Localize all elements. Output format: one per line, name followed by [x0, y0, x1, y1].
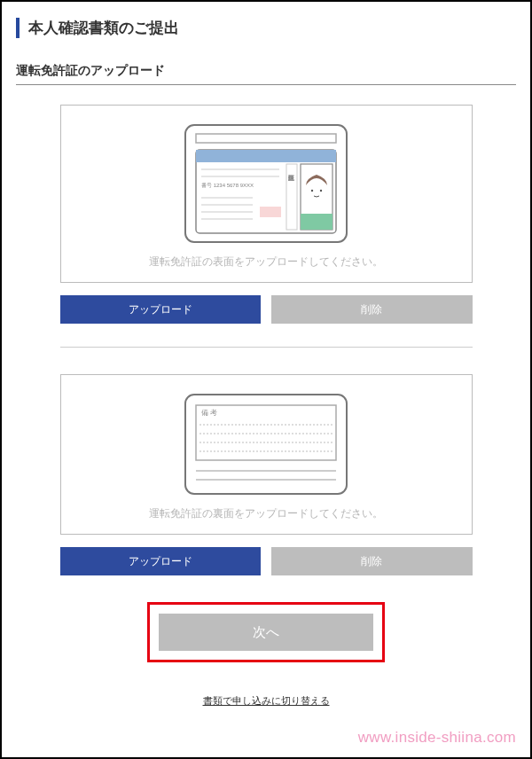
next-button-highlight: 次へ: [147, 602, 385, 662]
front-upload-area: 番号 1234 5678 9XXX 運転免許証 運転免許証の表面をアップロードし…: [60, 105, 473, 283]
front-button-row: アップロード 削除: [60, 295, 473, 324]
back-button-row: アップロード 削除: [60, 547, 473, 575]
svg-rect-3: [196, 150, 336, 162]
back-upload-area: 備 考 運転免許証の裏面をアップロードしてください。: [60, 374, 473, 535]
section-title: 運転免許証のアップロード: [16, 63, 516, 85]
svg-text:番号 1234 5678 9XXX: 番号 1234 5678 9XXX: [201, 183, 254, 188]
license-front-illustration: 番号 1234 5678 9XXX 運転免許証: [182, 121, 350, 246]
front-upload-button[interactable]: アップロード: [60, 295, 262, 324]
switch-to-paper-link[interactable]: 書類で申し込みに切り替える: [203, 694, 330, 708]
svg-point-17: [311, 190, 313, 192]
front-instruction-text: 運転免許証の表面をアップロードしてください。: [70, 254, 463, 270]
front-delete-button[interactable]: 削除: [271, 295, 473, 324]
svg-rect-11: [260, 207, 281, 217]
license-back-illustration: 備 考: [182, 391, 350, 497]
back-upload-button[interactable]: アップロード: [60, 547, 262, 575]
back-delete-button[interactable]: 削除: [271, 547, 473, 575]
svg-rect-12: [286, 164, 297, 230]
page-title: 本人確認書類のご提出: [16, 18, 516, 38]
divider: [60, 347, 473, 348]
watermark-text: www.inside-shiina.com: [358, 729, 516, 747]
back-instruction-text: 運転免許証の裏面をアップロードしてください。: [70, 506, 463, 521]
svg-text:備 考: 備 考: [201, 409, 217, 417]
svg-rect-1: [196, 134, 336, 143]
svg-point-18: [320, 190, 322, 192]
svg-rect-15: [301, 214, 332, 230]
next-button[interactable]: 次へ: [159, 614, 373, 651]
